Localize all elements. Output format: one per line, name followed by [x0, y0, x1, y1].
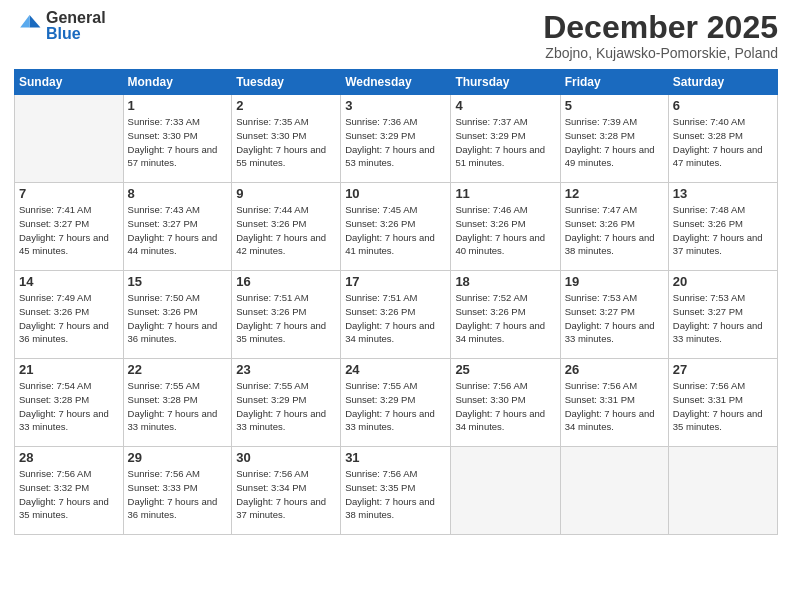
day-detail-8: Sunrise: 7:43 AM Sunset: 3:27 PM Dayligh…	[128, 203, 228, 258]
day-number-17: 17	[345, 274, 446, 289]
day-number-3: 3	[345, 98, 446, 113]
cell-week2-day1: 8Sunrise: 7:43 AM Sunset: 3:27 PM Daylig…	[123, 183, 232, 271]
cell-week1-day4: 4Sunrise: 7:37 AM Sunset: 3:29 PM Daylig…	[451, 95, 560, 183]
day-number-11: 11	[455, 186, 555, 201]
day-number-19: 19	[565, 274, 664, 289]
day-detail-7: Sunrise: 7:41 AM Sunset: 3:27 PM Dayligh…	[19, 203, 119, 258]
logo-blue-label: Blue	[46, 26, 106, 42]
day-number-2: 2	[236, 98, 336, 113]
day-number-22: 22	[128, 362, 228, 377]
cell-week2-day4: 11Sunrise: 7:46 AM Sunset: 3:26 PM Dayli…	[451, 183, 560, 271]
day-detail-5: Sunrise: 7:39 AM Sunset: 3:28 PM Dayligh…	[565, 115, 664, 170]
calendar-table: Sunday Monday Tuesday Wednesday Thursday…	[14, 69, 778, 535]
col-saturday: Saturday	[668, 70, 777, 95]
cell-week5-day1: 29Sunrise: 7:56 AM Sunset: 3:33 PM Dayli…	[123, 447, 232, 535]
cell-week4-day2: 23Sunrise: 7:55 AM Sunset: 3:29 PM Dayli…	[232, 359, 341, 447]
day-detail-17: Sunrise: 7:51 AM Sunset: 3:26 PM Dayligh…	[345, 291, 446, 346]
cell-week3-day1: 15Sunrise: 7:50 AM Sunset: 3:26 PM Dayli…	[123, 271, 232, 359]
day-number-6: 6	[673, 98, 773, 113]
cell-week5-day5	[560, 447, 668, 535]
cell-week5-day2: 30Sunrise: 7:56 AM Sunset: 3:34 PM Dayli…	[232, 447, 341, 535]
cell-week4-day6: 27Sunrise: 7:56 AM Sunset: 3:31 PM Dayli…	[668, 359, 777, 447]
cell-week4-day1: 22Sunrise: 7:55 AM Sunset: 3:28 PM Dayli…	[123, 359, 232, 447]
day-number-27: 27	[673, 362, 773, 377]
col-tuesday: Tuesday	[232, 70, 341, 95]
day-number-31: 31	[345, 450, 446, 465]
day-number-18: 18	[455, 274, 555, 289]
day-detail-22: Sunrise: 7:55 AM Sunset: 3:28 PM Dayligh…	[128, 379, 228, 434]
day-number-9: 9	[236, 186, 336, 201]
cell-week3-day6: 20Sunrise: 7:53 AM Sunset: 3:27 PM Dayli…	[668, 271, 777, 359]
logo: General Blue	[14, 10, 106, 42]
day-detail-3: Sunrise: 7:36 AM Sunset: 3:29 PM Dayligh…	[345, 115, 446, 170]
cell-week2-day3: 10Sunrise: 7:45 AM Sunset: 3:26 PM Dayli…	[341, 183, 451, 271]
day-number-30: 30	[236, 450, 336, 465]
day-detail-10: Sunrise: 7:45 AM Sunset: 3:26 PM Dayligh…	[345, 203, 446, 258]
day-detail-6: Sunrise: 7:40 AM Sunset: 3:28 PM Dayligh…	[673, 115, 773, 170]
cell-week3-day3: 17Sunrise: 7:51 AM Sunset: 3:26 PM Dayli…	[341, 271, 451, 359]
day-number-5: 5	[565, 98, 664, 113]
calendar-header: Sunday Monday Tuesday Wednesday Thursday…	[15, 70, 778, 95]
day-detail-30: Sunrise: 7:56 AM Sunset: 3:34 PM Dayligh…	[236, 467, 336, 522]
day-number-21: 21	[19, 362, 119, 377]
day-detail-16: Sunrise: 7:51 AM Sunset: 3:26 PM Dayligh…	[236, 291, 336, 346]
cell-week3-day2: 16Sunrise: 7:51 AM Sunset: 3:26 PM Dayli…	[232, 271, 341, 359]
cell-week4-day5: 26Sunrise: 7:56 AM Sunset: 3:31 PM Dayli…	[560, 359, 668, 447]
cell-week1-day3: 3Sunrise: 7:36 AM Sunset: 3:29 PM Daylig…	[341, 95, 451, 183]
col-monday: Monday	[123, 70, 232, 95]
cell-week3-day4: 18Sunrise: 7:52 AM Sunset: 3:26 PM Dayli…	[451, 271, 560, 359]
cell-week2-day2: 9Sunrise: 7:44 AM Sunset: 3:26 PM Daylig…	[232, 183, 341, 271]
cell-week5-day3: 31Sunrise: 7:56 AM Sunset: 3:35 PM Dayli…	[341, 447, 451, 535]
header-row: Sunday Monday Tuesday Wednesday Thursday…	[15, 70, 778, 95]
day-detail-18: Sunrise: 7:52 AM Sunset: 3:26 PM Dayligh…	[455, 291, 555, 346]
cell-week2-day6: 13Sunrise: 7:48 AM Sunset: 3:26 PM Dayli…	[668, 183, 777, 271]
day-detail-2: Sunrise: 7:35 AM Sunset: 3:30 PM Dayligh…	[236, 115, 336, 170]
header: General Blue December 2025 Zbojno, Kujaw…	[14, 10, 778, 61]
col-sunday: Sunday	[15, 70, 124, 95]
col-wednesday: Wednesday	[341, 70, 451, 95]
cell-week2-day5: 12Sunrise: 7:47 AM Sunset: 3:26 PM Dayli…	[560, 183, 668, 271]
svg-marker-1	[20, 15, 29, 27]
day-detail-1: Sunrise: 7:33 AM Sunset: 3:30 PM Dayligh…	[128, 115, 228, 170]
day-number-4: 4	[455, 98, 555, 113]
day-detail-20: Sunrise: 7:53 AM Sunset: 3:27 PM Dayligh…	[673, 291, 773, 346]
day-detail-9: Sunrise: 7:44 AM Sunset: 3:26 PM Dayligh…	[236, 203, 336, 258]
day-number-7: 7	[19, 186, 119, 201]
col-thursday: Thursday	[451, 70, 560, 95]
day-number-12: 12	[565, 186, 664, 201]
day-detail-19: Sunrise: 7:53 AM Sunset: 3:27 PM Dayligh…	[565, 291, 664, 346]
location: Zbojno, Kujawsko-Pomorskie, Poland	[543, 45, 778, 61]
cell-week5-day4	[451, 447, 560, 535]
week-row-5: 28Sunrise: 7:56 AM Sunset: 3:32 PM Dayli…	[15, 447, 778, 535]
day-number-16: 16	[236, 274, 336, 289]
cell-week1-day1: 1Sunrise: 7:33 AM Sunset: 3:30 PM Daylig…	[123, 95, 232, 183]
day-detail-14: Sunrise: 7:49 AM Sunset: 3:26 PM Dayligh…	[19, 291, 119, 346]
day-detail-4: Sunrise: 7:37 AM Sunset: 3:29 PM Dayligh…	[455, 115, 555, 170]
svg-marker-0	[30, 15, 41, 27]
cell-week5-day6	[668, 447, 777, 535]
day-number-10: 10	[345, 186, 446, 201]
week-row-1: 1Sunrise: 7:33 AM Sunset: 3:30 PM Daylig…	[15, 95, 778, 183]
week-row-2: 7Sunrise: 7:41 AM Sunset: 3:27 PM Daylig…	[15, 183, 778, 271]
day-number-26: 26	[565, 362, 664, 377]
day-number-25: 25	[455, 362, 555, 377]
day-detail-21: Sunrise: 7:54 AM Sunset: 3:28 PM Dayligh…	[19, 379, 119, 434]
cell-week2-day0: 7Sunrise: 7:41 AM Sunset: 3:27 PM Daylig…	[15, 183, 124, 271]
col-friday: Friday	[560, 70, 668, 95]
day-number-24: 24	[345, 362, 446, 377]
title-block: December 2025 Zbojno, Kujawsko-Pomorskie…	[543, 10, 778, 61]
day-detail-15: Sunrise: 7:50 AM Sunset: 3:26 PM Dayligh…	[128, 291, 228, 346]
week-row-3: 14Sunrise: 7:49 AM Sunset: 3:26 PM Dayli…	[15, 271, 778, 359]
day-detail-12: Sunrise: 7:47 AM Sunset: 3:26 PM Dayligh…	[565, 203, 664, 258]
month-title: December 2025	[543, 10, 778, 45]
cell-week1-day5: 5Sunrise: 7:39 AM Sunset: 3:28 PM Daylig…	[560, 95, 668, 183]
logo-text: General Blue	[46, 10, 106, 42]
calendar-body: 1Sunrise: 7:33 AM Sunset: 3:30 PM Daylig…	[15, 95, 778, 535]
day-number-13: 13	[673, 186, 773, 201]
cell-week1-day6: 6Sunrise: 7:40 AM Sunset: 3:28 PM Daylig…	[668, 95, 777, 183]
cell-week3-day0: 14Sunrise: 7:49 AM Sunset: 3:26 PM Dayli…	[15, 271, 124, 359]
day-detail-13: Sunrise: 7:48 AM Sunset: 3:26 PM Dayligh…	[673, 203, 773, 258]
day-detail-23: Sunrise: 7:55 AM Sunset: 3:29 PM Dayligh…	[236, 379, 336, 434]
cell-week4-day4: 25Sunrise: 7:56 AM Sunset: 3:30 PM Dayli…	[451, 359, 560, 447]
day-detail-28: Sunrise: 7:56 AM Sunset: 3:32 PM Dayligh…	[19, 467, 119, 522]
